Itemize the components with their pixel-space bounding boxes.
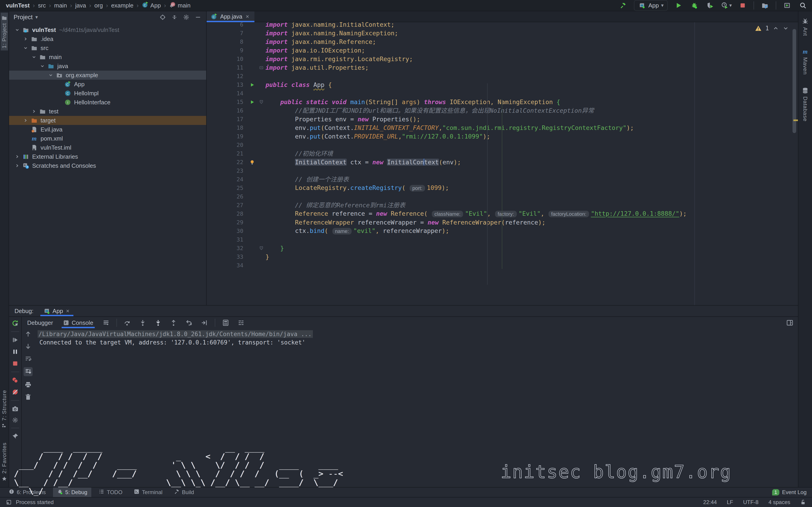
breadcrumb-item-java[interactable]: java — [75, 2, 86, 9]
code-line-21[interactable]: 21 //初始化环境 — [207, 150, 798, 158]
step-over-button[interactable] — [122, 318, 132, 328]
code-line-17[interactable]: 17 Properties env = new Properties(); — [207, 115, 798, 124]
tool-stripe-favorites[interactable]: 2: Favorites — [1, 440, 8, 484]
chevron-closed-icon[interactable] — [21, 117, 30, 123]
tab-console[interactable]: Console — [61, 317, 95, 328]
tool-stripe-maven[interactable]: m Maven — [802, 48, 809, 75]
tree-item-external-libraries[interactable]: External Libraries — [9, 152, 206, 161]
prev-occurrence-button[interactable] — [24, 331, 32, 338]
editor-tab-app-java[interactable]: C App.java — [207, 11, 254, 22]
next-warning-button[interactable] — [782, 25, 789, 32]
scroll-to-end-button[interactable] — [23, 367, 33, 376]
project-panel-title[interactable]: Project — [14, 14, 33, 21]
chevron-closed-icon[interactable] — [21, 36, 30, 42]
status-encoding[interactable]: UTF-8 — [743, 499, 759, 505]
chevron-open-icon[interactable] — [38, 63, 46, 69]
tree-item-pom-xml[interactable]: mpom.xml — [9, 134, 206, 143]
chevron-open-icon[interactable] — [30, 54, 38, 60]
debug-button[interactable] — [690, 0, 699, 10]
thread-dump-button[interactable] — [11, 405, 19, 412]
code-line-15[interactable]: 15 public static void main(String[] args… — [207, 98, 798, 106]
code-line-20[interactable]: 20 — [207, 141, 798, 150]
breadcrumb-item-org[interactable]: org — [94, 2, 103, 9]
run-config-selector[interactable]: App ▾ — [634, 0, 668, 11]
debug-settings-button[interactable] — [12, 417, 18, 423]
resume-button[interactable] — [11, 336, 19, 344]
clear-console-button[interactable] — [24, 393, 32, 401]
code-line-22[interactable]: 22 InitialContext ctx = new InitialConte… — [207, 158, 798, 167]
tree-item-scratches-and-consoles[interactable]: Scratches and Consoles — [9, 161, 206, 170]
tree-item-app[interactable]: CApp — [9, 80, 206, 89]
tree-item-helloimpl[interactable]: CHelloImpl — [9, 89, 206, 98]
intention-bulb-icon[interactable] — [247, 159, 257, 165]
tree-item-vulntest-iml[interactable]: vulnTest.iml — [9, 143, 206, 152]
breadcrumb-item-app[interactable]: CApp — [142, 1, 161, 10]
tool-stripe-ant[interactable]: Ant — [802, 18, 809, 36]
run-to-cursor-button[interactable] — [199, 318, 209, 328]
fold-marker-icon[interactable] — [257, 100, 265, 105]
tool-stripe-database[interactable]: Database — [802, 87, 809, 121]
tree-item-vulntest[interactable]: vulnTest~/d4m1ts/java/vulnTest — [9, 25, 206, 35]
chevron-closed-icon[interactable] — [30, 108, 38, 114]
status-line-ending[interactable]: LF — [727, 499, 733, 505]
code-line-11[interactable]: 11import java.util.Properties; — [207, 63, 798, 72]
warning-stripe-mark[interactable] — [794, 119, 798, 121]
hide-panel-button[interactable] — [194, 14, 203, 20]
lock-icon[interactable] — [800, 499, 806, 505]
code-line-8[interactable]: 8import javax.naming.Reference; — [207, 38, 798, 46]
force-step-into-button[interactable] — [153, 318, 163, 328]
event-log-button[interactable]: 1 Event Log — [772, 489, 807, 496]
debug-session-tab[interactable]: App — [40, 306, 73, 316]
run-gutter-icon[interactable] — [247, 99, 257, 105]
pause-button[interactable] — [11, 348, 19, 355]
code-line-16[interactable]: 16 //配置JNDI工厂和JNDI的url和端口。如果没有配置这些信息，会出现… — [207, 106, 798, 115]
code-line-32[interactable]: 32 } — [207, 244, 798, 252]
tool-stripe-todo[interactable]: TODO — [95, 488, 126, 497]
next-occurrence-button[interactable] — [24, 343, 32, 350]
chevron-closed-icon[interactable] — [13, 163, 21, 169]
tree-item-evil-java[interactable]: JEvil.java — [9, 125, 206, 134]
code-line-23[interactable]: 23 — [207, 167, 798, 175]
locate-file-button[interactable] — [158, 14, 167, 20]
code-line-7[interactable]: 7import javax.naming.NamingException; — [207, 29, 798, 38]
code-line-10[interactable]: 10import java.rmi.registry.LocateRegistr… — [207, 55, 798, 63]
chevron-closed-icon[interactable] — [13, 154, 21, 160]
pin-tab-button[interactable] — [11, 433, 19, 440]
inspection-widget[interactable]: 1 — [755, 25, 789, 32]
tree-item-hellointerface[interactable]: IHelloInterface — [9, 98, 206, 107]
tool-stripe-project[interactable]: 1: Project — [1, 13, 8, 51]
soft-wrap-button[interactable] — [24, 355, 32, 362]
editor-scrollbar[interactable] — [793, 29, 796, 133]
evaluate-expression-button[interactable] — [221, 318, 231, 328]
tool-stripe-build[interactable]: Build — [170, 488, 198, 497]
tool-window-toggle-icon[interactable] — [6, 499, 12, 505]
tree-item-main[interactable]: main — [9, 53, 206, 62]
close-icon[interactable] — [245, 14, 250, 19]
prev-warning-button[interactable] — [773, 25, 779, 32]
tree-item-java[interactable]: java — [9, 62, 206, 71]
code-line-26[interactable]: 26 — [207, 192, 798, 201]
code-line-27[interactable]: 27 // 绑定恶意的Reference到rmi注册表 — [207, 201, 798, 210]
build-project-button[interactable] — [618, 0, 628, 10]
code-line-24[interactable]: 24 // 创建一个注册表 — [207, 175, 798, 184]
editor-body[interactable]: 6import javax.naming.InitialContext;7imp… — [207, 22, 798, 305]
trace-streams-button[interactable] — [236, 318, 246, 328]
code-line-28[interactable]: 28 Reference reference = new Reference( … — [207, 210, 798, 218]
breadcrumb-item-main[interactable]: main — [54, 2, 67, 9]
console-view-button[interactable] — [785, 318, 795, 328]
status-cursor-position[interactable]: 22:44 — [703, 499, 717, 505]
print-button[interactable] — [24, 381, 32, 388]
collapse-all-button[interactable] — [170, 14, 179, 20]
search-everywhere-button[interactable] — [798, 0, 808, 10]
tab-debugger[interactable]: Debugger — [25, 317, 55, 328]
code-line-6[interactable]: 6import javax.naming.InitialContext; — [207, 22, 798, 29]
step-out-button[interactable] — [168, 318, 179, 328]
code-line-30[interactable]: 30 ctx.bind( name:"evil", referenceWrapp… — [207, 227, 798, 235]
tree-item-test[interactable]: test — [9, 107, 206, 116]
code-line-9[interactable]: 9import java.io.IOException; — [207, 46, 798, 55]
code-line-29[interactable]: 29 ReferenceWrapper referenceWrapper = n… — [207, 218, 798, 227]
tool-stripe-structure[interactable]: 7: Structure — [1, 388, 8, 431]
view-breakpoints-button[interactable] — [11, 377, 19, 384]
profiler-button[interactable]: ▾ — [721, 0, 732, 10]
fold-marker-icon[interactable] — [257, 246, 265, 251]
